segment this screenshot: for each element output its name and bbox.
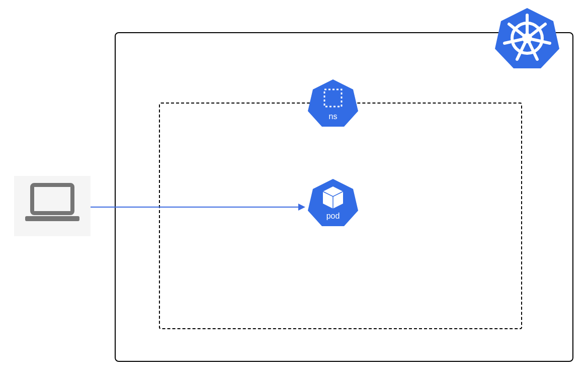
svg-rect-16 [25,216,79,221]
kubernetes-logo-icon [495,6,559,70]
pod-label: pod [308,212,358,221]
connection-arrow-head [298,204,305,211]
svg-rect-15 [32,185,72,213]
namespace-badge: ns [308,78,358,128]
client-laptop-icon [14,176,91,236]
connection-arrow [91,207,299,208]
namespace-label: ns [308,112,358,121]
pod-badge: pod [308,177,358,228]
